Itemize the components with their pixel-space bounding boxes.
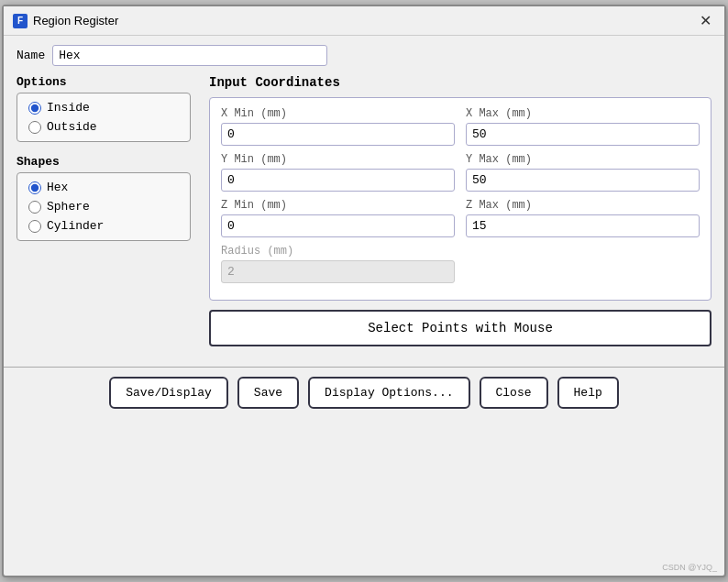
z-max-col: Z Max (mm) [466,199,700,237]
z-coord-row: Z Min (mm) Z Max (mm) [221,199,700,237]
coords-box: X Min (mm) X Max (mm) Y Min (mm) [209,97,711,301]
x-coord-row: X Min (mm) X Max (mm) [221,107,700,146]
save-button[interactable]: Save [237,377,299,409]
x-min-label: X Min (mm) [221,107,455,120]
display-options-button[interactable]: Display Options... [308,377,469,409]
shape-sphere-row: Sphere [28,200,179,214]
options-section-label: Options [17,75,191,89]
divider [4,367,724,368]
radius-label: Radius (mm) [221,245,455,258]
save-display-button[interactable]: Save/Display [109,377,228,409]
help-button[interactable]: Help [557,377,619,409]
option-inside-radio[interactable] [28,102,41,115]
shape-hex-radio[interactable] [28,181,41,194]
y-max-input[interactable] [466,169,700,192]
shape-sphere-label: Sphere [47,200,90,214]
shape-cylinder-row: Cylinder [28,219,179,233]
y-min-label: Y Min (mm) [221,153,455,166]
radius-input [221,260,455,283]
z-min-input[interactable] [221,214,455,237]
y-max-col: Y Max (mm) [466,153,700,192]
name-row: Name [17,45,711,66]
option-outside-radio[interactable] [28,121,41,134]
radius-row: Radius (mm) [221,245,700,283]
close-button[interactable]: ✕ [696,12,715,29]
option-inside-label: Inside [47,101,90,115]
left-column: Options Inside Outside Shapes [17,75,191,254]
x-max-input[interactable] [466,123,700,146]
main-content: Name Options Inside Outside [4,36,724,356]
region-register-dialog: F Region Register ✕ Name Options Inside [2,5,726,577]
watermark: CSDN @YJQ_ [662,563,717,572]
option-outside-label: Outside [47,120,97,134]
radius-col: Radius (mm) [221,245,455,283]
shape-sphere-radio[interactable] [28,201,41,214]
close-bottom-button[interactable]: Close [480,377,548,409]
option-outside-row: Outside [28,120,179,134]
x-min-col: X Min (mm) [221,107,455,146]
shape-cylinder-label: Cylinder [47,219,104,233]
x-max-label: X Max (mm) [466,107,700,120]
z-min-label: Z Min (mm) [221,199,455,212]
right-column: Input Coordinates X Min (mm) X Max (mm) [209,75,711,346]
z-min-col: Z Min (mm) [221,199,455,237]
shape-hex-row: Hex [28,181,179,194]
title-bar: F Region Register ✕ [4,6,724,36]
name-label: Name [17,49,45,62]
shapes-group: Hex Sphere Cylinder [17,172,191,241]
bottom-buttons: Save/Display Save Display Options... Clo… [4,377,724,409]
select-points-mouse-button[interactable]: Select Points with Mouse [209,310,711,346]
options-group: Inside Outside [17,93,191,142]
app-icon: F [13,14,28,28]
z-max-input[interactable] [466,214,700,237]
z-max-label: Z Max (mm) [466,199,700,212]
y-coord-row: Y Min (mm) Y Max (mm) [221,153,700,192]
y-min-input[interactable] [221,169,455,192]
name-input[interactable] [52,45,327,66]
title-bar-left: F Region Register [13,14,118,28]
shape-cylinder-radio[interactable] [28,220,41,233]
y-max-label: Y Max (mm) [466,153,700,166]
shapes-section-label: Shapes [17,155,191,169]
x-min-input[interactable] [221,123,455,146]
option-inside-row: Inside [28,101,179,115]
shape-hex-label: Hex [47,181,68,194]
x-max-col: X Max (mm) [466,107,700,146]
two-column-layout: Options Inside Outside Shapes [17,75,711,346]
y-min-col: Y Min (mm) [221,153,455,192]
dialog-title: Region Register [33,14,118,27]
coords-section-label: Input Coordinates [209,75,711,90]
